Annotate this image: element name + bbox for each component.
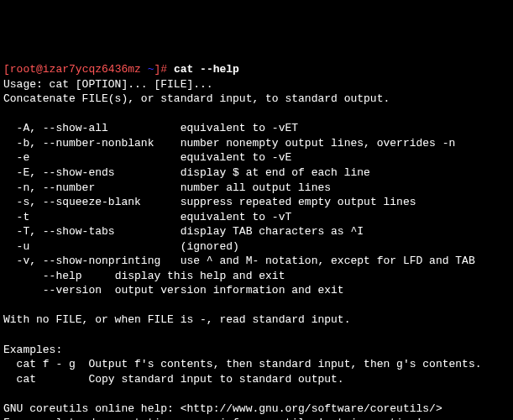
- usage-line: Usage: cat [OPTION]... [FILE]...: [3, 78, 213, 91]
- examples-header: Examples:: [3, 344, 62, 356]
- example-2: cat Copy standard input to standard outp…: [3, 373, 344, 386]
- prompt-userhost: root@izar7ycqz6436mz: [10, 63, 141, 76]
- option-version: --version output version information and…: [3, 284, 344, 297]
- option-number-nonblank: -b, --number-nonblank number nonempty ou…: [3, 137, 455, 150]
- option-show-nonprinting: -v, --show-nonprinting use ^ and M- nota…: [3, 255, 475, 267]
- command-text: cat --help: [174, 63, 239, 76]
- option-help: --help display this help and exit: [3, 270, 285, 282]
- option-t: -t equivalent to -vT: [3, 211, 291, 223]
- online-help-line: GNU coreutils online help: <http://www.g…: [3, 402, 442, 415]
- example-1: cat f - g Output f's contents, then stan…: [3, 358, 482, 370]
- description-line: Concatenate FILE(s), or standard input, …: [3, 92, 390, 105]
- prompt-bracket-open: [: [3, 63, 10, 76]
- option-show-all: -A, --show-all equivalent to -vET: [3, 122, 298, 134]
- info-line: For complete documentation, run: info co…: [3, 417, 422, 420]
- option-number: -n, --number number all output lines: [3, 181, 331, 194]
- prompt-bracket-close: ]#: [154, 63, 173, 76]
- option-squeeze-blank: -s, --squeeze-blank suppress repeated em…: [3, 196, 416, 208]
- prompt-space: [141, 63, 148, 76]
- no-file-line: With no FILE, or when FILE is -, read st…: [3, 313, 350, 326]
- option-u: -u (ignored): [3, 240, 239, 253]
- option-show-ends: -E, --show-ends display $ at end of each…: [3, 166, 370, 179]
- option-e: -e equivalent to -vE: [3, 151, 291, 164]
- option-show-tabs: -T, --show-tabs display TAB characters a…: [3, 225, 364, 238]
- terminal-output: [root@izar7ycqz6436mz ~]# cat --help Usa…: [3, 62, 510, 420]
- prompt-line[interactable]: [root@izar7ycqz6436mz ~]# cat --help: [3, 63, 239, 76]
